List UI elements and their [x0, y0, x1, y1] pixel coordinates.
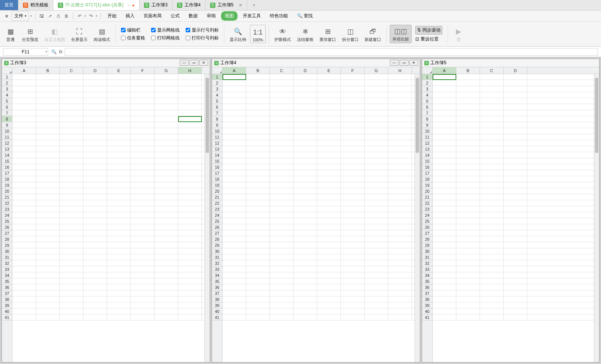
row-header[interactable]: 18 [2, 176, 12, 182]
row-header[interactable]: 31 [212, 254, 222, 260]
check-print-rowcol-box[interactable] [186, 36, 190, 40]
row-header[interactable]: 20 [212, 188, 222, 194]
row-header[interactable]: 7 [422, 110, 432, 116]
row-header[interactable]: 13 [212, 146, 222, 152]
row-header[interactable]: 19 [212, 182, 222, 188]
close-icon[interactable]: ✕ [239, 3, 242, 8]
row-header[interactable]: 5 [422, 98, 432, 104]
ribbon-normal[interactable]: ▦普通 [3, 25, 18, 43]
ribbon-side-by-side[interactable]: ◫◫并排比较 [390, 25, 412, 43]
row-header[interactable]: 23 [422, 206, 432, 212]
row-header[interactable]: 18 [422, 176, 432, 182]
row-header[interactable]: 37 [2, 290, 12, 296]
col-header[interactable]: H [178, 67, 202, 74]
cell-grid[interactable] [12, 74, 204, 362]
row-header[interactable]: 3 [422, 86, 432, 92]
row-header[interactable]: 39 [212, 302, 222, 308]
row-header[interactable]: 17 [422, 170, 432, 176]
row-header[interactable]: 36 [422, 284, 432, 290]
ribbon-arrange[interactable]: ⊞重排窗口 [317, 25, 338, 43]
select-all-corner[interactable] [212, 67, 223, 74]
maximize-button[interactable]: ▭ [400, 60, 409, 66]
print-icon[interactable]: ⎙ [55, 13, 62, 20]
row-header[interactable]: 1 [212, 74, 222, 80]
tab-wb5[interactable]: S工作簿5✕ [206, 0, 248, 10]
ribbon-page-preview[interactable]: ⊞分页预览 [20, 25, 41, 43]
row-header[interactable]: 11 [212, 134, 222, 140]
row-header[interactable]: 28 [2, 236, 12, 242]
col-header[interactable]: C [270, 67, 294, 74]
menu-find[interactable]: 🔍 查找 [293, 11, 316, 21]
menu-formula[interactable]: 公式 [167, 11, 183, 21]
row-header[interactable]: 16 [422, 164, 432, 170]
row-header[interactable]: 25 [422, 218, 432, 224]
tab-add-button[interactable]: ＋ [247, 0, 261, 10]
check-print-grid-box[interactable] [151, 36, 156, 40]
check-print-grid[interactable]: 打印网格线 [151, 35, 180, 41]
ribbon-new-window[interactable]: 🗗新建窗口 [362, 25, 383, 43]
row-header[interactable]: 21 [422, 194, 432, 200]
row-header[interactable]: 40 [422, 308, 432, 314]
redo-icon[interactable]: ↷ [88, 13, 94, 20]
chevron-down-icon[interactable]: ▾ [30, 14, 32, 18]
col-header[interactable]: D [294, 67, 317, 74]
row-header[interactable]: 15 [422, 158, 432, 164]
col-header[interactable]: E [317, 67, 341, 74]
vertical-scrollbar[interactable] [415, 74, 420, 362]
menu-dev-tools[interactable]: 开发工具 [239, 11, 265, 21]
row-header[interactable]: 29 [422, 242, 432, 248]
row-header[interactable]: 38 [422, 296, 432, 302]
row-header[interactable]: 41 [2, 314, 12, 320]
ribbon-fullscreen[interactable]: ⛶全屏显示 [69, 25, 90, 43]
ribbon-split[interactable]: ◫拆分窗口 [340, 25, 361, 43]
row-header[interactable]: 40 [2, 308, 12, 314]
row-header[interactable]: 37 [212, 290, 222, 296]
tab-home[interactable]: 首页 [0, 0, 18, 10]
row-header[interactable]: 39 [2, 302, 12, 308]
pane-title-wb4[interactable]: S 工作簿4 — ▭ ✕ [212, 59, 420, 67]
menu-view[interactable]: 视图 [221, 11, 238, 21]
row-header[interactable]: 22 [422, 200, 432, 206]
row-header[interactable]: 20 [2, 188, 12, 194]
row-header[interactable]: 36 [2, 284, 12, 290]
vertical-scrollbar[interactable] [594, 74, 599, 362]
row-header[interactable]: 2 [2, 80, 12, 86]
col-header[interactable]: B [36, 67, 60, 74]
ribbon-zoom[interactable]: 🔍显示比例 [227, 25, 248, 43]
row-header[interactable]: 6 [2, 104, 12, 110]
select-all-corner[interactable] [422, 67, 433, 74]
col-header[interactable]: C [480, 67, 504, 74]
fx-label[interactable]: fx [59, 49, 62, 54]
row-header[interactable]: 25 [212, 218, 222, 224]
tab-menu-icon[interactable]: ▫ [128, 3, 130, 8]
row-header[interactable]: 40 [212, 308, 222, 314]
select-all-corner[interactable] [2, 67, 12, 74]
row-header[interactable]: 27 [2, 230, 12, 236]
row-header[interactable]: 23 [2, 206, 12, 212]
check-task-pane[interactable]: 任务窗格 [121, 35, 145, 41]
minimize-button[interactable]: — [390, 60, 399, 66]
menu-hamburger[interactable]: ≡ [3, 12, 10, 20]
row-header[interactable]: 20 [422, 188, 432, 194]
ribbon-freeze[interactable]: ❄冻结窗格 [295, 25, 316, 43]
row-header[interactable]: 6 [212, 104, 222, 110]
row-header[interactable]: 35 [2, 278, 12, 284]
row-header[interactable]: 18 [212, 176, 222, 182]
row-header[interactable]: 16 [212, 164, 222, 170]
col-header[interactable]: A [12, 67, 36, 74]
check-show-grid[interactable]: 显示网格线 [151, 27, 180, 33]
row-header[interactable]: 35 [212, 278, 222, 284]
menu-insert[interactable]: 插入 [122, 11, 138, 21]
cell-grid[interactable] [223, 74, 415, 362]
col-header[interactable]: F [341, 67, 365, 74]
row-header[interactable]: 9 [212, 122, 222, 128]
row-header[interactable]: 23 [212, 206, 222, 212]
row-header[interactable]: 5 [212, 98, 222, 104]
row-header[interactable]: 26 [2, 224, 12, 230]
close-button[interactable]: ✕ [199, 60, 208, 66]
row-header[interactable]: 19 [422, 182, 432, 188]
row-header[interactable]: 29 [212, 242, 222, 248]
check-edit-bar-box[interactable] [121, 28, 126, 32]
col-header[interactable]: C [60, 67, 83, 74]
row-header[interactable]: 32 [422, 260, 432, 266]
